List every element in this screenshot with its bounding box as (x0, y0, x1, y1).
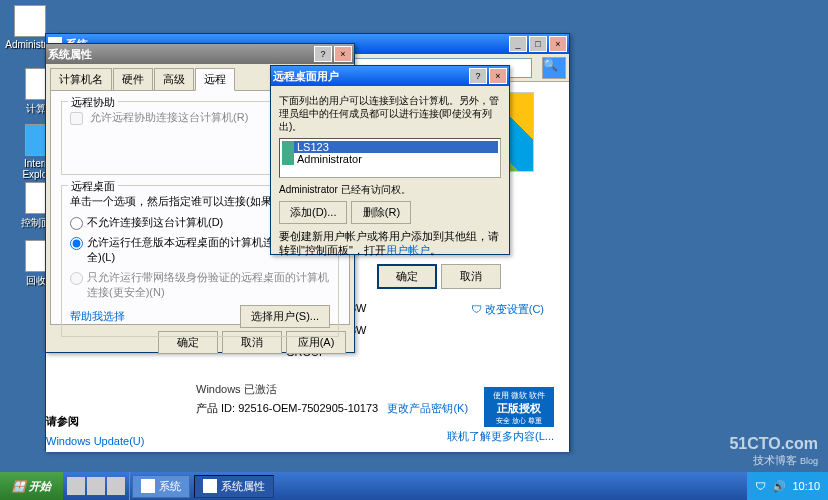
remote-users-titlebar[interactable]: 远程桌面用户 ? × (271, 66, 509, 86)
ql-explorer-icon[interactable] (87, 477, 105, 495)
change-key-link[interactable]: 更改产品密钥(K) (387, 402, 468, 414)
change-settings-link[interactable]: 🛡 改变设置(C) (471, 302, 544, 317)
quick-launch (63, 472, 130, 500)
clock[interactable]: 10:10 (792, 480, 820, 492)
properties-titlebar[interactable]: 系统属性 ? × (46, 44, 354, 64)
minimize-button[interactable]: _ (509, 36, 527, 52)
close-button[interactable]: × (549, 36, 567, 52)
watermark: 51CTO.com 技术博客 Blog (729, 435, 818, 468)
maximize-button[interactable]: □ (529, 36, 547, 52)
ql-ie-icon[interactable] (107, 477, 125, 495)
taskbar-item-properties[interactable]: 系统属性 (194, 475, 274, 498)
help-button[interactable]: ? (314, 46, 332, 62)
taskbar: 🪟 开始 系统 系统属性 🛡 🔊 10:10 (0, 472, 828, 500)
ql-desktop-icon[interactable] (67, 477, 85, 495)
tray-icon[interactable]: 🛡 (755, 480, 766, 492)
user-icon (282, 153, 294, 165)
close-button[interactable]: × (489, 68, 507, 84)
tab-remote[interactable]: 远程 (195, 68, 235, 91)
remote-users-dialog: 远程桌面用户 ? × 下面列出的用户可以连接到这台计算机。另外，管理员组中的任何… (270, 65, 510, 255)
assist-checkbox (70, 112, 83, 125)
radio-no-connect[interactable] (70, 217, 83, 230)
user-icon (282, 141, 294, 153)
add-user-button[interactable]: 添加(D)... (279, 201, 347, 224)
window-icon (203, 479, 217, 493)
search-button[interactable]: 🔍 (542, 57, 566, 79)
help-choose-link[interactable]: 帮助我选择 (70, 309, 125, 324)
select-users-button[interactable]: 选择用户(S)... (240, 305, 330, 328)
system-tray[interactable]: 🛡 🔊 10:10 (747, 472, 828, 500)
radio-any-version[interactable] (70, 237, 83, 250)
folder-icon (14, 5, 46, 37)
user-item[interactable]: Administrator (282, 153, 498, 165)
learn-more-link[interactable]: 联机了解更多内容(L... (447, 429, 554, 444)
start-button[interactable]: 🪟 开始 (0, 472, 63, 500)
tab-hardware[interactable]: 硬件 (113, 68, 153, 90)
ok-button[interactable]: 确定 (377, 264, 437, 289)
tray-icon[interactable]: 🔊 (772, 480, 786, 493)
windows-update-link[interactable]: Windows Update(U) (46, 435, 144, 447)
window-icon (141, 479, 155, 493)
remove-user-button[interactable]: 删除(R) (351, 201, 411, 224)
assist-checkbox-label: 允许远程协助连接这台计算机(R) (70, 111, 248, 123)
cancel-button[interactable]: 取消 (441, 264, 501, 289)
user-accounts-link[interactable]: 用户帐户 (386, 244, 430, 256)
genuine-badge: 使用 微软 软件 正版授权 安全 放心 尊重 (484, 387, 554, 427)
close-button[interactable]: × (334, 46, 352, 62)
radio-nla-only (70, 272, 83, 285)
tab-computername[interactable]: 计算机名 (50, 68, 112, 90)
user-item[interactable]: LS123 (282, 141, 498, 153)
tab-advanced[interactable]: 高级 (154, 68, 194, 90)
taskbar-item-system[interactable]: 系统 (132, 475, 190, 498)
help-button[interactable]: ? (469, 68, 487, 84)
user-list[interactable]: LS123 Administrator (279, 138, 501, 178)
